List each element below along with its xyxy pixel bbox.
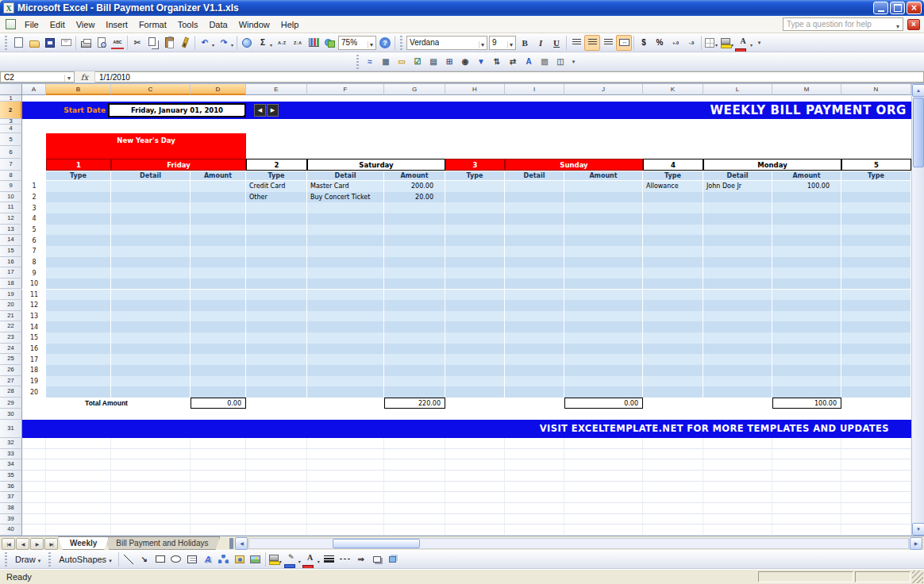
cell-J28[interactable] — [564, 386, 643, 398]
cell-K25[interactable] — [643, 354, 703, 365]
cell-J27[interactable] — [564, 376, 643, 387]
dropdown-arrow-icon[interactable] — [298, 552, 301, 567]
camera-icon[interactable]: ◉ — [457, 54, 473, 70]
cell-B32[interactable] — [46, 438, 111, 449]
cell-G18[interactable] — [384, 279, 445, 290]
cell-I18[interactable] — [505, 279, 564, 290]
menu-data[interactable]: Data — [203, 17, 233, 32]
cell-I16[interactable] — [505, 257, 564, 268]
cell-G26[interactable] — [384, 365, 445, 376]
dropdown-arrow-icon[interactable] — [714, 36, 718, 50]
cell-I22[interactable] — [505, 321, 564, 332]
cell-A34[interactable] — [22, 459, 46, 471]
dropdown-arrow-icon[interactable] — [211, 36, 214, 50]
cell-K28[interactable] — [643, 386, 703, 398]
row-label-17[interactable]: 17 — [22, 354, 46, 365]
cell-M22[interactable] — [772, 321, 841, 332]
font-color-icon[interactable]: A — [735, 35, 754, 51]
cell-G23[interactable] — [384, 332, 445, 344]
cell-E34[interactable] — [246, 459, 307, 471]
cell-I40[interactable] — [505, 524, 564, 536]
day-number-2[interactable]: 2 — [246, 159, 307, 171]
cell-L21[interactable] — [703, 311, 772, 322]
cell-N17[interactable] — [841, 267, 911, 279]
cell-B21[interactable] — [46, 311, 111, 322]
row-header-39[interactable]: 39 — [0, 514, 22, 525]
cell-M15[interactable] — [772, 246, 841, 257]
cell-F35[interactable] — [307, 471, 384, 482]
cell-E33[interactable] — [246, 449, 307, 460]
cell-E39[interactable] — [246, 514, 307, 525]
row-label-3[interactable]: 3 — [22, 202, 46, 213]
cell-G19[interactable] — [384, 290, 445, 301]
cell-N22[interactable] — [841, 321, 911, 332]
cell-I19[interactable] — [505, 290, 564, 301]
cell-I9[interactable] — [505, 181, 564, 192]
cell-J24[interactable] — [564, 344, 643, 355]
cell-B15[interactable] — [46, 246, 111, 257]
row-label-4[interactable]: 4 — [22, 213, 46, 225]
scroll-left-icon[interactable] — [235, 537, 248, 550]
vertical-scrollbar[interactable] — [911, 84, 924, 536]
cell-B14[interactable] — [46, 235, 111, 246]
column-header-I[interactable]: I — [505, 84, 564, 95]
row-header-25[interactable]: 25 — [0, 354, 22, 365]
menu-file[interactable]: File — [19, 17, 44, 32]
draw-menu-button[interactable]: Draw — [10, 551, 45, 567]
cell-H14[interactable] — [445, 235, 505, 246]
column-header-M[interactable]: M — [772, 84, 841, 95]
dropdown-arrow-icon[interactable] — [749, 36, 753, 50]
cell-G34[interactable] — [384, 459, 445, 471]
cell-N16[interactable] — [841, 257, 911, 268]
cell-G21[interactable] — [384, 311, 445, 322]
cell-C37[interactable] — [111, 492, 191, 503]
cell-G38[interactable] — [384, 503, 445, 514]
switch-rows-icon[interactable]: ⇅ — [489, 54, 505, 70]
cell-F38[interactable] — [307, 503, 384, 514]
print-preview-icon[interactable] — [94, 35, 110, 51]
cell-F32[interactable] — [307, 438, 384, 449]
cell-M9[interactable]: 100.00 — [772, 181, 841, 192]
cell-B38[interactable] — [46, 503, 111, 514]
cell-H28[interactable] — [445, 386, 505, 398]
total-box-M[interactable]: 100.00 — [772, 398, 841, 409]
align-left-icon[interactable] — [568, 35, 584, 51]
redo-icon[interactable]: ↷ — [216, 35, 235, 51]
cell-H25[interactable] — [445, 354, 505, 365]
cell-H9[interactable] — [445, 181, 505, 192]
cell-C12[interactable] — [111, 213, 191, 225]
row-label-12[interactable]: 12 — [22, 300, 46, 311]
help-question-box[interactable]: Type a question for help — [783, 17, 903, 31]
cell-M37[interactable] — [772, 492, 841, 503]
cell-C20[interactable] — [111, 300, 191, 311]
cell-N40[interactable] — [841, 524, 911, 536]
cell-H10[interactable] — [445, 192, 505, 203]
row-header-8[interactable]: 8 — [0, 171, 22, 181]
cell-J35[interactable] — [564, 471, 643, 482]
spelling-icon[interactable]: ABC — [110, 35, 125, 51]
cell-E24[interactable] — [246, 344, 307, 355]
cell-K35[interactable] — [643, 471, 703, 482]
row-header-29[interactable]: 29 — [0, 398, 22, 409]
cell-N33[interactable] — [841, 449, 911, 460]
cell-F39[interactable] — [307, 514, 384, 525]
cell-J16[interactable] — [564, 257, 643, 268]
row-header-7[interactable]: 7 — [0, 159, 22, 171]
row-header-15[interactable]: 15 — [0, 246, 22, 257]
vertical-scroll-thumb[interactable] — [913, 98, 924, 167]
cell-G27[interactable] — [384, 376, 445, 387]
cell-L15[interactable] — [703, 246, 772, 257]
cell-C22[interactable] — [111, 321, 191, 332]
cell-F10[interactable]: Buy Concert Ticket — [307, 192, 384, 203]
resize-grip[interactable] — [912, 571, 923, 583]
cell-H37[interactable] — [445, 492, 505, 503]
cell-H20[interactable] — [445, 300, 505, 311]
cell-D21[interactable] — [191, 311, 246, 322]
cell-D14[interactable] — [191, 235, 246, 246]
title-bar[interactable]: Microsoft Excel - Bill Payment Organizer… — [0, 0, 924, 16]
cell-K37[interactable] — [643, 492, 703, 503]
cell-K15[interactable] — [643, 246, 703, 257]
bold-icon[interactable]: B — [517, 35, 533, 51]
cell-G14[interactable] — [384, 235, 445, 246]
total-box-G[interactable]: 220.00 — [384, 398, 445, 409]
